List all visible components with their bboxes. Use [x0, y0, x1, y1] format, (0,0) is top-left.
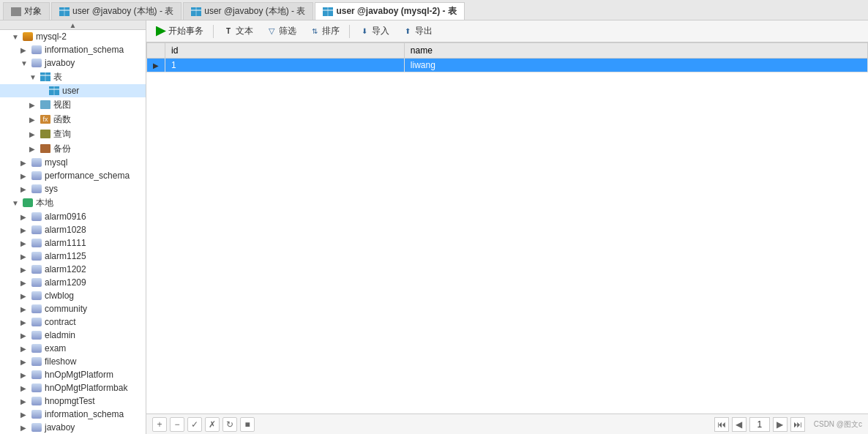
col-header-name: name: [404, 43, 867, 59]
sidebar-item-alarm1202[interactable]: ▶ alarm1202: [0, 263, 146, 276]
sidebar-item-alarm1125[interactable]: ▶ alarm1125: [0, 250, 146, 263]
sidebar-item-alarm1209[interactable]: ▶ alarm1209: [0, 276, 146, 289]
arrow-info-schema: ▶: [20, 46, 31, 54]
sidebar-item-javaboy-local[interactable]: ▶ javaboy: [0, 421, 146, 434]
next-page-button[interactable]: ▶: [773, 417, 787, 432]
sidebar-item-alarm1111[interactable]: ▶ alarm1111: [0, 236, 146, 250]
begin-transaction-button[interactable]: 开始事务: [151, 23, 209, 40]
contract-label: contract: [45, 317, 76, 327]
sidebar-item-user-table[interactable]: user: [0, 84, 146, 97]
eladmin-label: eladmin: [45, 330, 75, 340]
tab-user-mysql2[interactable]: user @javaboy (mysql-2) - 表: [315, 2, 464, 20]
table-icon-3: [323, 7, 333, 16]
sidebar-item-backup-cat[interactable]: ▶ 备份: [0, 141, 146, 156]
sidebar-item-clwblog[interactable]: ▶ clwblog: [0, 289, 146, 302]
table-row[interactable]: ▶ 1 liwang: [147, 59, 868, 72]
info-schema-label: information_schema: [45, 45, 124, 55]
sidebar-item-query-cat[interactable]: ▶ 查询: [0, 127, 146, 141]
alarm1111-label: alarm1111: [45, 238, 86, 248]
tab-bar: 对象 user @javaboy (本地) - 表 user @javaboy …: [0, 0, 868, 20]
arrow-alarm1111: ▶: [20, 239, 31, 247]
sidebar-item-javaboy-mysql2[interactable]: ▼ javaboy: [0, 56, 146, 70]
arrow-alarm1209: ▶: [20, 279, 31, 287]
db-icon-alarm1028: [31, 225, 42, 235]
sidebar-scroll-up[interactable]: ▲: [0, 20, 146, 30]
sidebar-item-mysql2[interactable]: ▼ mysql-2: [0, 30, 146, 43]
arrow-hnopmgttest: ▶: [20, 397, 31, 405]
alarm1028-label: alarm1028: [45, 225, 86, 235]
tab-object[interactable]: 对象: [3, 2, 50, 20]
sidebar-item-community[interactable]: ▶ community: [0, 302, 146, 315]
sidebar-item-hnopmgttest[interactable]: ▶ hnopmgtTest: [0, 394, 146, 408]
sort-button[interactable]: ⇅ 排序: [304, 23, 345, 40]
sidebar-item-local[interactable]: ▼ 本地: [0, 195, 146, 210]
row-arrow-icon: ▶: [153, 61, 159, 70]
local-label: 本地: [36, 197, 53, 209]
tab-user-local-1[interactable]: user @javaboy (本地) - 表: [51, 2, 182, 20]
arrow-alarm1028: ▶: [20, 226, 31, 234]
confirm-button[interactable]: ✓: [187, 417, 202, 432]
sidebar-item-fileshow[interactable]: ▶ fileshow: [0, 355, 146, 368]
first-page-button[interactable]: ⏮: [714, 417, 729, 432]
cell-name[interactable]: liwang: [404, 59, 867, 72]
object-icon: [11, 7, 21, 16]
bottom-left-controls: + − ✓ ✗ ↻ ■: [152, 417, 255, 432]
import-button[interactable]: ⬇ 导入: [354, 23, 394, 40]
db-icon-sys: [31, 184, 42, 194]
arrow-perf: ▶: [20, 172, 31, 180]
db-icon-javaboy: [31, 58, 42, 68]
arrow-exam: ▶: [20, 345, 31, 353]
backup-cat-icon: [40, 143, 51, 154]
db-icon-fileshow: [31, 356, 42, 367]
arrow-community: ▶: [20, 305, 31, 313]
table-cat-icon: [40, 72, 51, 82]
cell-id[interactable]: 1: [165, 59, 405, 72]
separator-2: [349, 25, 350, 38]
sidebar-item-alarm1028[interactable]: ▶ alarm1028: [0, 223, 146, 236]
tab-user-local-2[interactable]: user @javaboy (本地) - 表: [183, 2, 313, 20]
sidebar-item-mysql[interactable]: ▶ mysql: [0, 156, 146, 169]
db-icon-hnopmgttest: [31, 396, 42, 406]
sidebar-item-info-schema-local[interactable]: ▶ information_schema: [0, 408, 146, 421]
sidebar-item-view-cat[interactable]: ▶ 视图: [0, 97, 146, 112]
db-icon-community: [31, 304, 42, 314]
text-button[interactable]: T 文本: [218, 23, 258, 40]
sidebar-item-hnopbak[interactable]: ▶ hnOpMgtPlatformbak: [0, 381, 146, 394]
arrow-hnop: ▶: [20, 371, 31, 379]
remove-row-button[interactable]: −: [170, 417, 184, 432]
sidebar-item-hnop[interactable]: ▶ hnOpMgtPlatform: [0, 368, 146, 381]
sidebar-item-exam[interactable]: ▶ exam: [0, 342, 146, 355]
sidebar-item-table-cat[interactable]: ▼ 表: [0, 70, 146, 84]
arrow-alarm1125: ▶: [20, 252, 31, 261]
export-button[interactable]: ⬆ 导出: [397, 23, 438, 40]
sidebar-item-info-schema[interactable]: ▶ information_schema: [0, 43, 146, 56]
sidebar-item-alarm0916[interactable]: ▶ alarm0916: [0, 210, 146, 223]
sidebar-item-sys[interactable]: ▶ sys: [0, 182, 146, 195]
last-page-button[interactable]: ⏭: [790, 417, 805, 432]
sys-label: sys: [45, 184, 58, 194]
cancel-button[interactable]: ✗: [205, 417, 220, 432]
sidebar-item-eladmin[interactable]: ▶ eladmin: [0, 329, 146, 342]
sidebar-item-perf-schema[interactable]: ▶ performance_schema: [0, 169, 146, 182]
add-row-button[interactable]: +: [152, 417, 167, 432]
view-cat-icon: [40, 100, 51, 110]
arrow-mysql2: ▼: [12, 33, 22, 41]
arrow-javaboy: ▼: [20, 59, 31, 67]
arrow-clwblog: ▶: [20, 292, 31, 300]
refresh-button[interactable]: ↻: [222, 417, 237, 432]
prev-page-button[interactable]: ◀: [732, 417, 747, 432]
stop-button[interactable]: ■: [240, 417, 255, 432]
toolbar: 开始事务 T 文本 ▽ 筛选 ⇅ 排序 ⬇ 导入: [146, 20, 868, 42]
filter-button[interactable]: ▽ 筛选: [261, 23, 302, 40]
alarm1125-label: alarm1125: [45, 251, 86, 261]
db-icon-alarm1209: [31, 277, 42, 288]
filter-icon: ▽: [266, 26, 277, 37]
table-area: id name ▶ 1: [146, 42, 868, 414]
row-marker-cell: ▶: [147, 59, 165, 72]
arrow-sys: ▶: [20, 185, 31, 193]
sidebar-item-func-cat[interactable]: ▶ fx 函数: [0, 112, 146, 127]
sidebar-item-contract[interactable]: ▶ contract: [0, 315, 146, 329]
content-area: 开始事务 T 文本 ▽ 筛选 ⇅ 排序 ⬇ 导入: [146, 20, 868, 434]
play-icon: [156, 26, 166, 37]
data-table: id name ▶ 1: [146, 42, 868, 72]
